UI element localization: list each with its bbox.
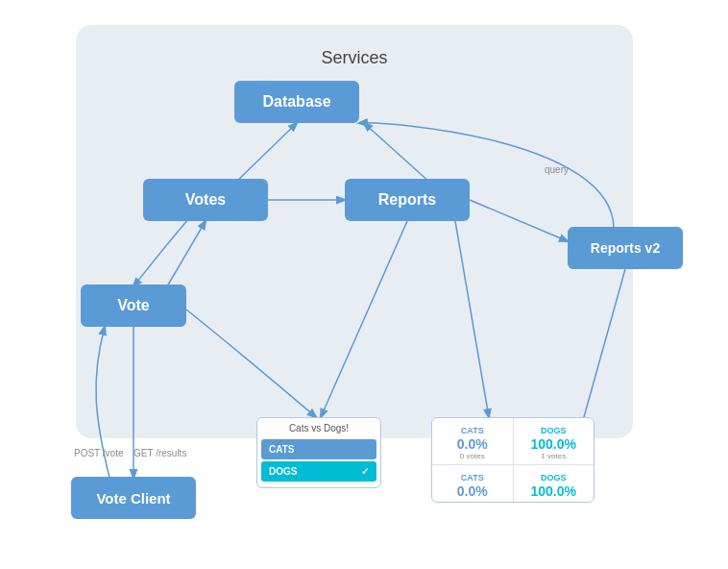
cats-dogs-widget: Cats vs Dogs! CATS DOGS ✓ — [256, 417, 381, 488]
result-cats-1: CATS 0.0% 0 votes — [432, 418, 514, 465]
result-dogs-2: DOGS 100.0% — [514, 465, 595, 502]
get-results-label: GET /results — [133, 448, 186, 458]
dogs-bar: DOGS ✓ — [261, 461, 376, 482]
post-vote-label: POST /vote — [74, 448, 124, 458]
results-row-2: CATS 0.0% DOGS 100.0% — [432, 465, 594, 502]
votes-node: Votes — [143, 179, 268, 221]
results-row-1: CATS 0.0% 0 votes DOGS 100.0% 1 votes — [432, 418, 594, 465]
result-cats-2: CATS 0.0% — [432, 465, 514, 502]
database-node: Database — [234, 81, 359, 123]
vote-client-node: Vote Client — [71, 477, 196, 519]
services-label: Services — [321, 48, 387, 68]
vote-node: Vote — [81, 284, 186, 327]
reports-node: Reports — [345, 179, 470, 221]
query-label: query — [545, 164, 569, 175]
cats-dogs-title: Cats vs Dogs! — [257, 418, 380, 437]
cats-bar: CATS — [261, 439, 376, 459]
reports-v2-node: Reports v2 — [568, 227, 683, 269]
diagram-container: Services — [18, 15, 710, 554]
results-panel-1: CATS 0.0% 0 votes DOGS 100.0% 1 votes CA… — [431, 417, 595, 503]
result-dogs-1: DOGS 100.0% 1 votes — [514, 418, 595, 465]
